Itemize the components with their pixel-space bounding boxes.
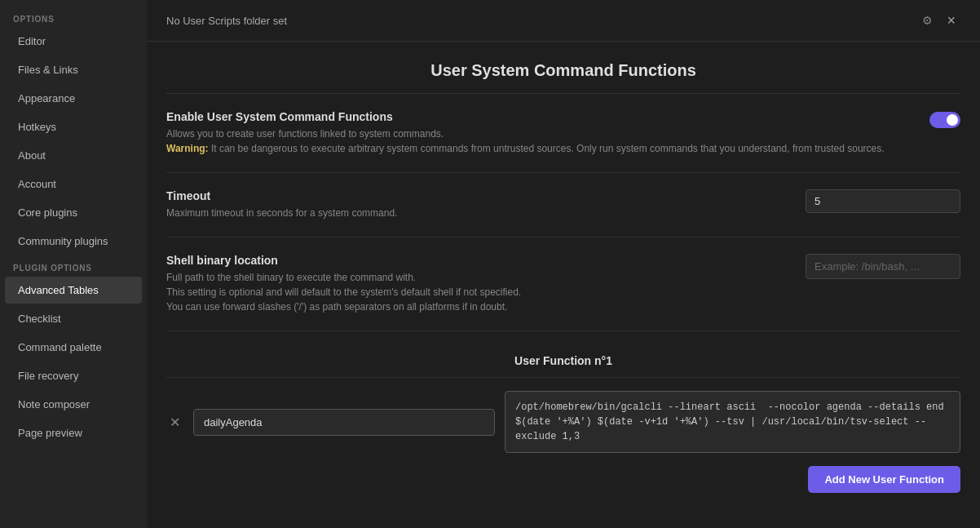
function-name-input[interactable] [193, 409, 495, 436]
enable-section: Enable User System Command Functions All… [166, 94, 960, 173]
sidebar-item-community-plugins[interactable]: Community plugins [5, 228, 142, 255]
plugin-options-section-label: PLUGIN OPTIONS [0, 255, 147, 276]
function-row: ✕ /opt/homebrew/bin/gcalcli --lineart as… [166, 391, 960, 453]
warning-label: Warning: [166, 143, 209, 154]
timeout-section-text: Timeout Maximum timeout in seconds for a… [166, 189, 792, 220]
timeout-title: Timeout [166, 189, 792, 202]
sidebar: OPTIONS Editor Files & Links Appearance … [0, 0, 147, 528]
sidebar-item-files-links[interactable]: Files & Links [5, 56, 142, 83]
options-section-label: OPTIONS [0, 7, 147, 27]
close-button[interactable]: × [942, 11, 960, 29]
no-scripts-text: No User Scripts folder set [166, 15, 287, 27]
enable-toggle[interactable] [929, 112, 960, 128]
sidebar-item-appearance[interactable]: Appearance [5, 85, 142, 112]
content-area: Enable User System Command Functions All… [147, 94, 980, 512]
sidebar-item-file-recovery[interactable]: File recovery [5, 362, 142, 389]
sidebar-item-about[interactable]: About [5, 142, 142, 169]
shell-section-text: Shell binary location Full path to the s… [166, 254, 792, 314]
timeout-desc: Maximum timeout in seconds for a system … [166, 206, 792, 220]
timeout-input[interactable] [806, 189, 960, 213]
enable-title: Enable User System Command Functions [166, 110, 916, 123]
page-title: User System Command Functions [166, 42, 960, 94]
enable-toggle-container [929, 110, 960, 128]
delete-function-button[interactable]: ✕ [166, 411, 183, 433]
add-new-user-function-button[interactable]: Add New User Function [808, 466, 960, 493]
sidebar-item-advanced-tables[interactable]: Advanced Tables [5, 277, 142, 304]
shell-desc: Full path to the shell binary to execute… [166, 270, 792, 314]
shell-section: Shell binary location Full path to the s… [166, 237, 960, 331]
main-content: No User Scripts folder set ⚙ × User Syst… [147, 0, 980, 528]
function-command-input[interactable]: /opt/homebrew/bin/gcalcli --lineart asci… [505, 391, 960, 453]
shell-input[interactable] [806, 254, 960, 279]
sidebar-item-core-plugins[interactable]: Core plugins [5, 199, 142, 226]
shell-title: Shell binary location [166, 254, 792, 267]
topbar: No User Scripts folder set ⚙ × [147, 0, 980, 42]
sidebar-item-page-preview[interactable]: Page preview [5, 419, 142, 446]
sidebar-item-command-palette[interactable]: Command palette [5, 334, 142, 361]
enable-desc: Allows you to create user functions link… [166, 126, 916, 156]
function-section: User Function n°1 ✕ /opt/homebrew/bin/gc… [166, 344, 960, 493]
sidebar-item-account[interactable]: Account [5, 171, 142, 197]
settings-icon[interactable]: ⚙ [919, 12, 935, 29]
function-header: User Function n°1 [166, 344, 960, 378]
timeout-section: Timeout Maximum timeout in seconds for a… [166, 173, 960, 237]
sidebar-item-checklist[interactable]: Checklist [5, 305, 142, 332]
sidebar-item-editor[interactable]: Editor [5, 28, 142, 55]
sidebar-item-note-composer[interactable]: Note composer [5, 391, 142, 418]
sidebar-item-hotkeys[interactable]: Hotkeys [5, 113, 142, 140]
enable-section-text: Enable User System Command Functions All… [166, 110, 916, 156]
